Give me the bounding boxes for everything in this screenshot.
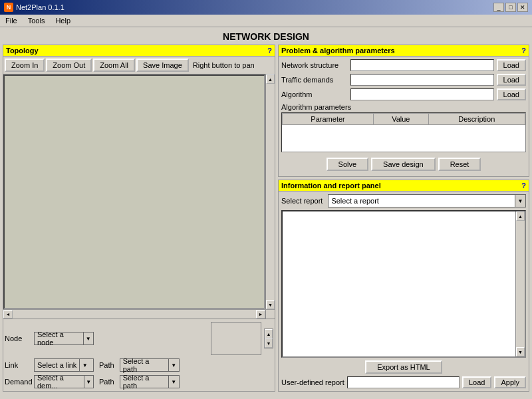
network-structure-load-btn[interactable]: Load bbox=[497, 59, 526, 71]
page-title: NETWORK DESIGN bbox=[0, 27, 532, 45]
zoom-all-button[interactable]: Zoom All bbox=[93, 59, 135, 72]
path-label-demand: Path bbox=[99, 378, 114, 386]
user-defined-label: User-defined report bbox=[281, 378, 344, 386]
path-select2-wrapper[interactable]: Select a path ▼ bbox=[120, 375, 180, 388]
mini-scrollbar[interactable]: ▲ ▼ bbox=[264, 329, 273, 348]
col-parameter: Parameter bbox=[283, 114, 374, 125]
canvas-scrollbar-horizontal[interactable]: ◄ ► bbox=[3, 310, 275, 319]
path-label-link: Path bbox=[99, 361, 114, 369]
demand-select-text: Select a dem... bbox=[35, 376, 84, 388]
problem-help[interactable]: ? bbox=[521, 47, 526, 55]
info-header: Information and report panel ? bbox=[278, 180, 529, 192]
node-label: Node bbox=[5, 334, 31, 342]
demand-select-arrow[interactable]: ▼ bbox=[84, 376, 93, 388]
traffic-demands-label: Traffic demands bbox=[281, 76, 348, 84]
params-table: Parameter Value Description bbox=[282, 113, 525, 125]
reset-button[interactable]: Reset bbox=[438, 158, 481, 171]
minimize-button[interactable]: _ bbox=[493, 3, 504, 12]
col-value: Value bbox=[374, 114, 429, 125]
mini-panel bbox=[211, 322, 261, 355]
apply-btn[interactable]: Apply bbox=[494, 376, 526, 388]
problem-label: Problem & algorithm parameters bbox=[281, 47, 395, 55]
link-label: Link bbox=[5, 361, 31, 369]
node-select-arrow[interactable]: ▼ bbox=[83, 332, 93, 344]
save-design-button[interactable]: Save design bbox=[371, 158, 436, 171]
mini-scroll-down[interactable]: ▼ bbox=[265, 338, 273, 348]
select-report-label: Select report bbox=[281, 197, 323, 205]
scroll-up-btn[interactable]: ▲ bbox=[266, 74, 275, 84]
info-label: Information and report panel bbox=[281, 182, 381, 190]
topology-canvas[interactable] bbox=[3, 74, 265, 309]
algorithm-load-btn[interactable]: Load bbox=[497, 88, 526, 100]
app-title: Net2Plan 0.1.1 bbox=[16, 3, 65, 11]
report-select-wrapper[interactable]: Select a report ▼ bbox=[328, 194, 526, 207]
menu-help[interactable]: Help bbox=[53, 16, 73, 25]
app-icon: N bbox=[4, 3, 13, 12]
menu-file[interactable]: File bbox=[3, 16, 20, 25]
title-bar: N Net2Plan 0.1.1 _ □ ✕ bbox=[0, 0, 532, 15]
node-select-text: Select a node bbox=[35, 332, 83, 344]
report-scrollbar[interactable]: ▲ ▼ bbox=[515, 211, 525, 356]
select-report-row: Select report Select a report ▼ bbox=[281, 194, 526, 207]
menu-tools[interactable]: Tools bbox=[25, 16, 48, 25]
path-select1-wrapper[interactable]: Select a path ▼ bbox=[120, 358, 180, 372]
problem-content: Network structure Load Traffic demands L… bbox=[278, 57, 529, 177]
close-button[interactable]: ✕ bbox=[517, 3, 528, 12]
user-defined-input[interactable] bbox=[347, 376, 460, 388]
link-select-arrow[interactable]: ▼ bbox=[79, 359, 90, 371]
demand-label: Demand bbox=[5, 378, 31, 386]
topology-controls: Zoom In Zoom Out Zoom All Save Image Rig… bbox=[3, 57, 275, 74]
zoom-out-button[interactable]: Zoom Out bbox=[46, 59, 92, 72]
info-help[interactable]: ? bbox=[521, 182, 526, 190]
maximize-button[interactable]: □ bbox=[505, 3, 516, 12]
node-select-wrapper[interactable]: Select a node ▼ bbox=[34, 332, 94, 345]
mini-scroll-up[interactable]: ▲ bbox=[265, 329, 273, 338]
path-select1-arrow[interactable]: ▼ bbox=[168, 359, 179, 371]
traffic-demands-input[interactable] bbox=[350, 74, 494, 86]
report-select-text: Select a report bbox=[329, 196, 515, 205]
network-structure-input[interactable] bbox=[350, 59, 494, 71]
topology-label: Topology bbox=[6, 47, 39, 55]
algorithm-input[interactable] bbox=[350, 88, 494, 100]
topology-help[interactable]: ? bbox=[267, 47, 272, 55]
bottom-controls: Node Select a node ▼ ▲ ▼ Link Select bbox=[3, 319, 275, 392]
export-html-button[interactable]: Export as HTML bbox=[365, 360, 442, 374]
report-scroll-down[interactable]: ▼ bbox=[516, 347, 525, 356]
link-select-text: Select a link bbox=[35, 359, 79, 371]
menu-bar: File Tools Help bbox=[0, 15, 532, 27]
canvas-scrollbar-vertical[interactable]: ▲ ▼ bbox=[265, 74, 275, 309]
problem-header: Problem & algorithm parameters ? bbox=[278, 45, 529, 57]
zoom-in-button[interactable]: Zoom In bbox=[5, 59, 45, 72]
traffic-demands-load-btn[interactable]: Load bbox=[497, 74, 526, 86]
demand-select-wrapper[interactable]: Select a dem... ▼ bbox=[34, 375, 94, 388]
save-image-button[interactable]: Save Image bbox=[136, 59, 189, 72]
algo-params-label: Algorithm parameters bbox=[281, 103, 526, 111]
info-section: Information and report panel ? Select re… bbox=[278, 180, 529, 392]
scroll-down-btn[interactable]: ▼ bbox=[266, 300, 275, 309]
report-scroll-up[interactable]: ▲ bbox=[516, 211, 525, 221]
algorithm-label: Algorithm bbox=[281, 90, 348, 98]
action-buttons: Solve Save design Reset bbox=[281, 155, 526, 174]
user-defined-row: User-defined report Load Apply bbox=[281, 376, 526, 388]
pan-hint: Right button to pan bbox=[193, 61, 255, 69]
network-structure-label: Network structure bbox=[281, 61, 348, 69]
topology-header: Topology ? bbox=[3, 45, 275, 57]
path-select2-arrow[interactable]: ▼ bbox=[168, 376, 179, 388]
window-controls[interactable]: _ □ ✕ bbox=[493, 3, 528, 12]
problem-section: Problem & algorithm parameters ? Network… bbox=[278, 45, 529, 177]
export-row: Export as HTML bbox=[281, 360, 526, 374]
path-select2-text: Select a path bbox=[120, 376, 168, 388]
report-select-arrow[interactable]: ▼ bbox=[515, 195, 525, 207]
solve-button[interactable]: Solve bbox=[327, 158, 369, 171]
info-content: Select report Select a report ▼ ▲ ▼ bbox=[278, 192, 529, 392]
link-select-wrapper[interactable]: Select a link ▼ bbox=[34, 358, 94, 372]
scroll-left-btn[interactable]: ◄ bbox=[3, 310, 13, 319]
params-table-container: Parameter Value Description bbox=[281, 112, 526, 152]
report-content: ▲ ▼ bbox=[281, 210, 526, 358]
col-description: Description bbox=[428, 114, 525, 125]
scroll-right-btn[interactable]: ► bbox=[256, 310, 265, 319]
user-load-btn[interactable]: Load bbox=[462, 376, 491, 388]
path-select1-text: Select a path bbox=[120, 359, 168, 371]
